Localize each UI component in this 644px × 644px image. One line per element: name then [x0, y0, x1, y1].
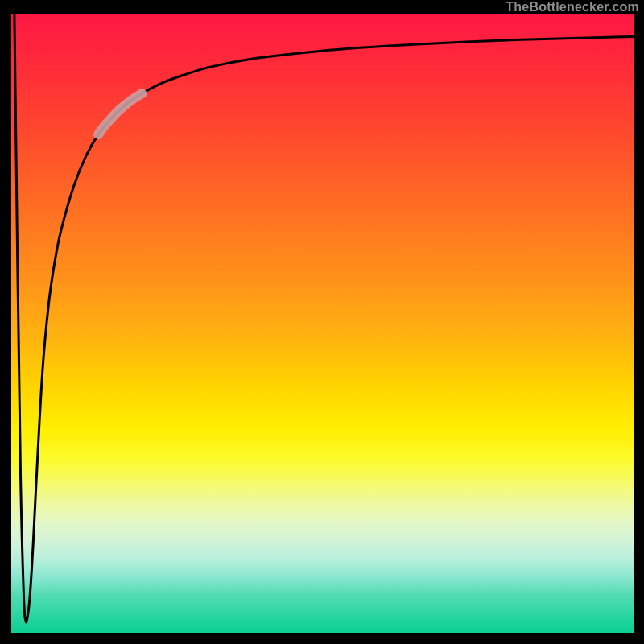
- curve-layer: [0, 0, 644, 644]
- chart-container: TheBottlenecker.com: [0, 0, 644, 644]
- right-border: [634, 0, 644, 644]
- x-axis-border: [0, 633, 644, 644]
- y-axis-border: [0, 0, 11, 644]
- bottleneck-curve: [14, 14, 634, 622]
- watermark-label: TheBottlenecker.com: [506, 0, 639, 14]
- highlight-band: [98, 93, 142, 134]
